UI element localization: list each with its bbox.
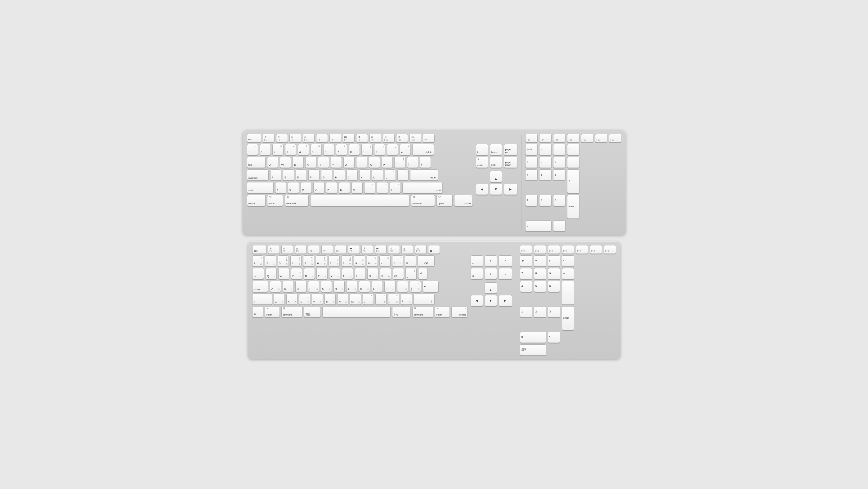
key-h[interactable]: H — [334, 170, 345, 181]
key-y[interactable]: Y — [331, 157, 342, 168]
jp-key-f7[interactable]: ⏮ F7 — [348, 245, 360, 254]
key-t[interactable]: T — [318, 157, 329, 168]
jp-key-z[interactable]: Z っ つ — [274, 294, 285, 305]
key-capslock[interactable]: caps lock — [247, 170, 269, 181]
key-num-dot[interactable]: . — [553, 220, 565, 232]
key-9[interactable]: ( 9 — [362, 144, 373, 155]
key-down[interactable]: ▼ — [490, 184, 502, 195]
key-delete[interactable]: delete — [412, 144, 434, 155]
key-o[interactable]: O — [369, 157, 380, 168]
key-f13[interactable]: F13 — [525, 134, 537, 143]
jp-key-f18[interactable]: F18 — [590, 245, 602, 254]
jp-key-s[interactable]: S と — [283, 281, 294, 292]
key-comma[interactable]: < , — [364, 182, 375, 193]
key-delete-fwd[interactable]: ⊗ delete — [476, 157, 488, 168]
jp-key-q[interactable]: Q た — [266, 268, 277, 279]
jp-key-h[interactable]: H く — [334, 281, 345, 292]
key-q[interactable]: Q — [267, 157, 278, 168]
jp-key-option-left[interactable]: ⌥ option — [265, 306, 280, 317]
key-backslash[interactable]: | \ — [420, 157, 431, 168]
jp-key-f11[interactable]: ◁) F11 — [401, 245, 413, 254]
key-rbracket[interactable]: } ] — [407, 157, 418, 168]
key-command-right[interactable]: ⌘ command — [411, 195, 435, 206]
key-numpad-mul[interactable]: * — [567, 144, 580, 155]
jp-key-b[interactable]: B こ こ — [324, 294, 336, 305]
jp-key-c[interactable]: C そ そ — [299, 294, 310, 305]
jp-key-f1[interactable]: ☀ F1 — [268, 245, 280, 254]
jp-key-3[interactable]: # 3 あ あ — [278, 255, 289, 267]
jp-key-j[interactable]: J ま — [346, 281, 358, 292]
key-option-left[interactable]: ⌥ option — [267, 195, 283, 206]
jp-key-option-right[interactable]: ⌥ option — [435, 306, 450, 317]
jp-key-4[interactable]: $ 4 う う — [290, 255, 302, 267]
key-pagedown[interactable]: pagedown — [504, 157, 518, 168]
jp-key-g[interactable]: G き — [321, 281, 332, 292]
key-5[interactable]: % 5 — [311, 144, 322, 155]
jp-key-globe[interactable]: ⊕ — [252, 306, 264, 317]
jp-key-num4[interactable]: 4 — [520, 281, 532, 292]
key-n[interactable]: N — [339, 182, 350, 193]
jp-key-control-right[interactable]: ^ control — [452, 306, 467, 317]
key-s[interactable]: S — [283, 170, 294, 181]
jp-key-numpad-eq[interactable]: = — [534, 255, 546, 267]
key-num5[interactable]: 5 — [539, 170, 552, 181]
jp-key-uparrow2[interactable]: ↑ — [485, 255, 497, 267]
key-f5[interactable]: F5 — [316, 134, 328, 143]
jp-key-f8[interactable]: ⏸ F8 — [362, 245, 373, 254]
jp-key-2[interactable]: " 2 ふ — [265, 255, 276, 267]
jp-key-minus[interactable]: ほ - — [379, 255, 391, 267]
jp-key-clear[interactable]: ⊗ — [520, 255, 532, 267]
jp-key-comma[interactable]: < , ね — [363, 294, 374, 305]
jp-key-f12[interactable]: ◁)) F12 — [415, 245, 427, 254]
key-f14[interactable]: F14 — [539, 134, 552, 143]
key-tab[interactable]: tab — [247, 157, 266, 168]
jp-key-esc[interactable]: esc — [252, 245, 267, 254]
jp-key-k[interactable]: K の — [359, 281, 370, 292]
key-numpad-div[interactable]: / — [553, 144, 565, 155]
jp-key-shift-right[interactable]: ⇧ — [413, 294, 435, 305]
jp-key-f10[interactable]: ◁ F10 — [388, 245, 400, 254]
key-f9[interactable]: ⏭ F9 — [370, 134, 381, 143]
key-x[interactable]: X — [288, 182, 299, 193]
jp-key-t[interactable]: T か — [316, 268, 328, 279]
key-numpad-eq[interactable]: = — [539, 144, 552, 155]
key-up[interactable]: ▲ — [490, 171, 502, 182]
key-f1[interactable]: ☀ F1 — [263, 134, 275, 143]
key-num4[interactable]: 4 — [525, 170, 537, 181]
jp-key-numpad-enter[interactable]: enter — [562, 306, 574, 330]
key-period[interactable]: > . — [377, 182, 388, 193]
jp-key-hat[interactable]: ~ ^ へ — [392, 255, 403, 267]
key-space[interactable] — [310, 195, 409, 206]
key-f12[interactable]: ◁)) F12 — [409, 134, 421, 143]
key-f11[interactable]: ◁) F11 — [396, 134, 408, 143]
key-l[interactable]: L — [372, 170, 383, 181]
key-num6[interactable]: 6 — [553, 170, 565, 181]
key-quote[interactable]: " ' — [397, 170, 409, 181]
key-left[interactable]: ◄ — [476, 184, 488, 195]
jp-key-y[interactable]: Y ん — [329, 268, 340, 279]
jp-key-f6[interactable]: F6 — [335, 245, 346, 254]
jp-key-x[interactable]: X さ — [286, 294, 298, 305]
key-f18[interactable]: F18 — [595, 134, 608, 143]
key-w[interactable]: W — [280, 157, 291, 168]
key-eject[interactable]: ⏏ — [423, 134, 435, 143]
key-shift-right[interactable]: shift — [402, 182, 443, 193]
key-f15[interactable]: F15 — [553, 134, 565, 143]
jp-key-w[interactable]: W て — [278, 268, 289, 279]
key-j[interactable]: J — [346, 170, 358, 181]
jp-key-p[interactable]: P せ — [380, 268, 391, 279]
key-z[interactable]: Z — [275, 182, 286, 193]
jp-key-f13[interactable]: F13 — [520, 245, 532, 254]
key-num0[interactable]: 0 — [525, 220, 552, 232]
key-g[interactable]: G — [321, 170, 332, 181]
key-numpad-plus[interactable]: + — [567, 170, 580, 193]
jp-key-f19[interactable]: F19 — [604, 245, 616, 254]
jp-key-num0[interactable]: 0 — [520, 332, 546, 343]
jp-key-o[interactable]: O ら — [367, 268, 378, 279]
key-end[interactable]: end — [490, 157, 502, 168]
jp-key-num-dot[interactable]: ' — [548, 332, 560, 343]
jp-key-a[interactable]: A ち — [270, 281, 281, 292]
key-0[interactable]: ) 0 — [374, 144, 385, 155]
jp-key-num7[interactable]: 7 — [520, 268, 532, 279]
key-control-right[interactable]: ^ control — [454, 195, 473, 206]
